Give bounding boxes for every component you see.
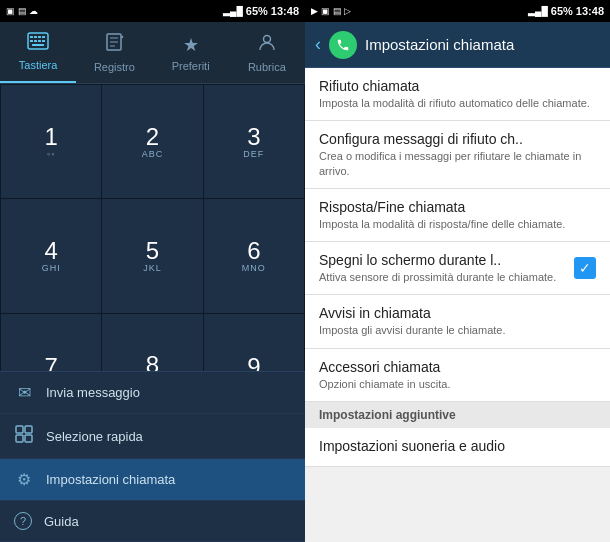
menu-invia-messaggio[interactable]: ✉ Invia messaggio: [0, 372, 305, 414]
notification-icons: ▣ ▤ ☁: [6, 6, 38, 16]
dial-key-1[interactable]: 1 ◦◦: [1, 85, 101, 198]
right-panel: ▶ ▣ ▤ ▷ ▂▄█ 65% 13:48 ‹ Impostazioni chi…: [305, 0, 610, 542]
svg-rect-9: [32, 44, 44, 46]
selezione-rapida-icon: [14, 425, 34, 447]
setting-accessori-desc: Opzioni chiamate in uscita.: [319, 377, 596, 391]
tab-tastiera[interactable]: Tastiera: [0, 22, 76, 83]
setting-suoneria[interactable]: Impostazioni suoneria e audio: [305, 428, 610, 467]
tab-rubrica-label: Rubrica: [248, 61, 286, 73]
menu-impostazioni-chiamata[interactable]: ⚙ Impostazioni chiamata: [0, 459, 305, 501]
tab-preferiti[interactable]: ★ Preferiti: [153, 22, 229, 83]
svg-rect-6: [34, 40, 37, 42]
menu-selezione-rapida[interactable]: Selezione rapida: [0, 414, 305, 459]
setting-avvisi-title: Avvisi in chiamata: [319, 305, 596, 321]
dial-key-4[interactable]: 4 GHI: [1, 199, 101, 312]
right-status-right: ▂▄█ 65% 13:48: [528, 5, 604, 17]
setting-configura-desc: Crea o modifica i messaggi per rifiutare…: [319, 149, 596, 178]
spegni-checkbox[interactable]: ✓: [574, 257, 596, 279]
rubrica-icon: [257, 32, 277, 57]
tab-registro[interactable]: Registro: [76, 22, 152, 83]
right-battery: 65%: [551, 5, 573, 17]
left-time: 13:48: [271, 5, 299, 17]
svg-rect-12: [25, 426, 32, 433]
setting-risposta-title: Risposta/Fine chiamata: [319, 199, 596, 215]
setting-accessori-title: Accessori chiamata: [319, 359, 596, 375]
svg-rect-14: [25, 435, 32, 442]
setting-suoneria-title: Impostazioni suoneria e audio: [319, 438, 596, 454]
right-status-icons: ▶ ▣ ▤ ▷: [311, 6, 351, 16]
svg-rect-1: [30, 36, 33, 38]
menu-impostazioni-label: Impostazioni chiamata: [46, 472, 175, 487]
tastiera-icon: [27, 32, 49, 55]
right-status-bar: ▶ ▣ ▤ ▷ ▂▄█ 65% 13:48: [305, 0, 610, 22]
setting-avvisi[interactable]: Avvisi in chiamata Imposta gli avvisi du…: [305, 295, 610, 348]
left-panel: ▣ ▤ ☁ ▂▄█ 65% 13:48: [0, 0, 305, 542]
svg-rect-7: [38, 40, 41, 42]
settings-list: Rifiuto chiamata Imposta la modalità di …: [305, 68, 610, 542]
menu-selezione-label: Selezione rapida: [46, 429, 143, 444]
back-button[interactable]: ‹: [315, 34, 321, 55]
left-status-right: ▂▄█ 65% 13:48: [223, 5, 299, 17]
setting-configura-messaggi[interactable]: Configura messaggi di rifiuto ch.. Crea …: [305, 121, 610, 189]
setting-risposta-fine[interactable]: Risposta/Fine chiamata Imposta la modali…: [305, 189, 610, 242]
setting-spegni-text: Spegni lo schermo durante l.. Attiva sen…: [319, 252, 574, 284]
svg-rect-4: [42, 36, 45, 38]
svg-rect-3: [38, 36, 41, 38]
settings-section-aggiuntive: Impostazioni aggiuntive: [305, 402, 610, 428]
impostazioni-chiamata-icon: ⚙: [14, 470, 34, 489]
right-signal-icon: ▂▄█: [528, 6, 548, 16]
setting-configura-title: Configura messaggi di rifiuto ch..: [319, 131, 596, 147]
phone-header-icon: [329, 31, 357, 59]
svg-rect-8: [42, 40, 45, 42]
dial-key-5[interactable]: 5 JKL: [102, 199, 202, 312]
play-icon: ▶: [311, 6, 318, 16]
menu-guida-label: Guida: [44, 514, 79, 529]
left-status-icons: ▣ ▤ ☁: [6, 6, 38, 16]
setting-spegni-schermo[interactable]: Spegni lo schermo durante l.. Attiva sen…: [305, 242, 610, 295]
setting-rifiuto-title: Rifiuto chiamata: [319, 78, 596, 94]
svg-rect-11: [16, 426, 23, 433]
tab-rubrica[interactable]: Rubrica: [229, 22, 305, 83]
guida-icon: ?: [14, 512, 32, 530]
setting-rifiuto-desc: Imposta la modalità di rifiuto automatic…: [319, 96, 596, 110]
setting-avvisi-desc: Imposta gli avvisi durante le chiamate.: [319, 323, 596, 337]
dial-key-2[interactable]: 2 ABC: [102, 85, 202, 198]
preferiti-icon: ★: [183, 34, 199, 56]
tab-preferiti-label: Preferiti: [172, 60, 210, 72]
setting-spegni-title: Spegni lo schermo durante l..: [319, 252, 574, 268]
right-time: 13:48: [576, 5, 604, 17]
tab-bar: Tastiera Registro ★ Preferiti: [0, 22, 305, 84]
setting-risposta-desc: Imposta la modalità di risposta/fine del…: [319, 217, 596, 231]
tab-tastiera-label: Tastiera: [19, 59, 58, 71]
right-header-title: Impostazioni chiamata: [365, 36, 514, 53]
right-header: ‹ Impostazioni chiamata: [305, 22, 610, 68]
tab-registro-label: Registro: [94, 61, 135, 73]
signal-icon: ▂▄█: [223, 6, 243, 16]
left-status-bar: ▣ ▤ ☁ ▂▄█ 65% 13:48: [0, 0, 305, 22]
setting-rifiuto-chiamata[interactable]: Rifiuto chiamata Imposta la modalità di …: [305, 68, 610, 121]
setting-spegni-desc: Attiva sensore di prossimità durante le …: [319, 270, 574, 284]
menu-invia-label: Invia messaggio: [46, 385, 140, 400]
svg-rect-13: [16, 435, 23, 442]
svg-rect-5: [30, 40, 33, 42]
notification-icons-right: ▣ ▤ ▷: [321, 6, 351, 16]
menu-guida[interactable]: ? Guida: [0, 501, 305, 542]
dropdown-menu: ✉ Invia messaggio Selezione rapida ⚙ Imp…: [0, 371, 305, 542]
registro-icon: [104, 32, 124, 57]
svg-rect-2: [34, 36, 37, 38]
dial-key-3[interactable]: 3 DEF: [204, 85, 304, 198]
setting-accessori[interactable]: Accessori chiamata Opzioni chiamate in u…: [305, 349, 610, 402]
svg-point-10: [263, 36, 270, 43]
battery-percent: 65%: [246, 5, 268, 17]
invia-messaggio-icon: ✉: [14, 383, 34, 402]
dial-key-6[interactable]: 6 MNO: [204, 199, 304, 312]
